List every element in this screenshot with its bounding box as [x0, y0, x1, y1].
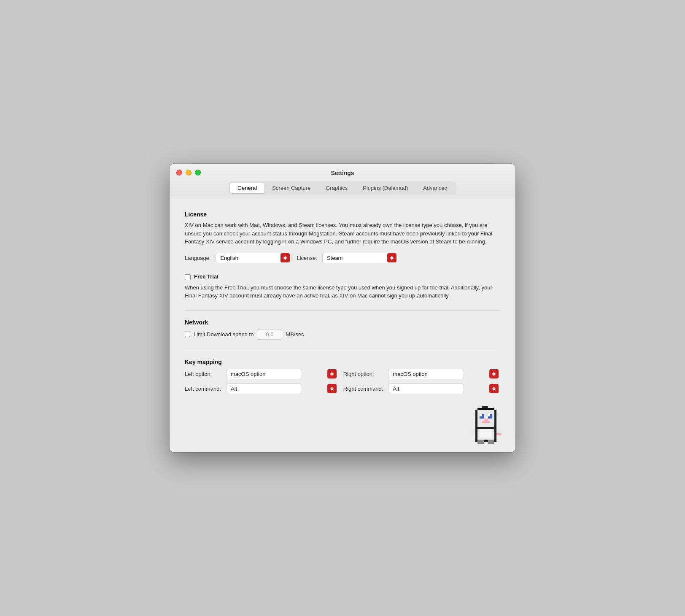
content-area: License XIV on Mac can work with Mac, Wi…: [170, 199, 515, 452]
svg-rect-4: [475, 410, 477, 427]
right-option-spinner-icon: [489, 369, 499, 378]
right-command-select[interactable]: Alt Ctrl Meta macOS option: [388, 384, 464, 394]
license-select-wrapper: Steam Windows Mac: [322, 253, 398, 263]
svg-rect-26: [480, 429, 492, 438]
mascot-sprite: [469, 406, 503, 444]
tab-bar: General Screen Capture Graphics Plugins …: [229, 181, 456, 195]
svg-rect-6: [475, 427, 496, 429]
arrow-up-left-command-icon: [330, 387, 334, 389]
svg-rect-25: [488, 440, 494, 444]
spinner-right-command: [492, 387, 496, 391]
left-command-spinner-icon: [327, 384, 337, 393]
tab-graphics[interactable]: Graphics: [318, 183, 355, 193]
left-option-select-wrapper: macOS option Alt Ctrl Meta: [226, 369, 338, 379]
right-option-select-wrapper: macOS option Alt Ctrl Meta: [388, 369, 500, 379]
mascot: [469, 406, 503, 444]
spinner-left-option: [330, 372, 334, 376]
left-command-select[interactable]: Alt Ctrl Meta macOS option: [226, 384, 302, 394]
limit-download-checkbox[interactable]: [185, 332, 190, 337]
speed-input[interactable]: [257, 329, 282, 340]
license-form-row: Language: English Japanese German French: [185, 253, 500, 263]
titlebar: Settings General Screen Capture Graphics…: [170, 164, 515, 199]
arrow-up-right-command-icon: [492, 387, 496, 389]
keymapping-grid: Left option: macOS option Alt Ctrl Meta: [185, 369, 500, 394]
svg-rect-7: [477, 408, 494, 410]
network-section: Network Limit Download speed to MB/sec: [185, 319, 500, 340]
free-trial-checkbox[interactable]: [185, 274, 191, 280]
window-title: Settings: [331, 170, 354, 176]
tab-advanced[interactable]: Advanced: [415, 183, 455, 193]
svg-rect-18: [494, 429, 496, 440]
svg-rect-5: [494, 410, 496, 427]
svg-rect-23: [496, 433, 501, 435]
license-select[interactable]: Steam Windows Mac: [322, 253, 398, 263]
arrow-down-right-option-icon: [492, 374, 496, 376]
license-description: XIV on Mac can work with Mac, Windows, a…: [185, 221, 500, 246]
arrow-down-left-command-icon: [330, 389, 334, 391]
tab-general[interactable]: General: [230, 183, 264, 193]
limit-download-label: Limit Download speed to: [194, 331, 254, 338]
svg-rect-24: [477, 440, 484, 444]
minimize-button[interactable]: [186, 170, 191, 176]
divider-1: [185, 310, 500, 311]
spinner-left-command: [330, 387, 334, 391]
svg-rect-13: [482, 421, 490, 423]
svg-rect-21: [471, 429, 475, 435]
left-option-label: Left option:: [185, 371, 221, 377]
svg-rect-1: [484, 406, 488, 408]
divider-2: [185, 350, 500, 350]
speed-unit-label: MB/sec: [286, 331, 304, 338]
right-option-label: Right option:: [343, 371, 383, 377]
svg-rect-14: [473, 412, 475, 416]
arrow-down-left-option-icon: [330, 374, 334, 376]
right-command-label: Right command:: [343, 386, 383, 392]
language-select-wrapper: English Japanese German French: [216, 253, 291, 263]
key-mapping-section: Key mapping Left option: macOS option Al…: [185, 359, 500, 394]
left-option-spinner-icon: [327, 369, 337, 378]
free-trial-description: When using the Free Trial, you must choo…: [185, 284, 500, 300]
right-command-select-wrapper: Alt Ctrl Meta macOS option: [388, 384, 500, 394]
arrow-up-right-option-icon: [492, 372, 496, 374]
svg-rect-11: [488, 414, 490, 416]
svg-rect-10: [480, 414, 482, 416]
free-trial-section: Free Trial When using the Free Trial, yo…: [185, 273, 500, 300]
language-label: Language:: [185, 255, 210, 261]
right-option-select[interactable]: macOS option Alt Ctrl Meta: [388, 369, 464, 379]
tab-plugins[interactable]: Plugins (Dalamud): [355, 183, 415, 193]
license-section: License XIV on Mac can work with Mac, Wi…: [185, 211, 500, 263]
svg-rect-12: [484, 419, 488, 421]
svg-rect-0: [482, 406, 484, 408]
arrow-down-right-command-icon: [492, 389, 496, 391]
license-title: License: [185, 211, 500, 218]
spinner-right-option: [492, 372, 496, 376]
network-limit-row: Limit Download speed to MB/sec: [185, 329, 500, 340]
license-label: License:: [297, 255, 317, 261]
network-title: Network: [185, 319, 500, 326]
left-option-select[interactable]: macOS option Alt Ctrl Meta: [226, 369, 302, 379]
maximize-button[interactable]: [195, 170, 201, 176]
right-command-spinner-icon: [489, 384, 499, 393]
left-command-select-wrapper: Alt Ctrl Meta macOS option: [226, 384, 338, 394]
tab-screen-capture[interactable]: Screen Capture: [264, 183, 318, 193]
svg-rect-15: [496, 412, 499, 416]
left-command-label: Left command:: [185, 386, 221, 392]
language-select[interactable]: English Japanese German French: [216, 253, 291, 263]
traffic-lights: [176, 170, 201, 176]
free-trial-label: Free Trial: [194, 273, 218, 280]
settings-window: Settings General Screen Capture Graphics…: [170, 164, 515, 452]
close-button[interactable]: [176, 170, 182, 176]
free-trial-row: Free Trial: [185, 273, 500, 280]
svg-rect-17: [475, 429, 477, 440]
key-mapping-title: Key mapping: [185, 359, 500, 365]
arrow-up-left-option-icon: [330, 372, 334, 374]
